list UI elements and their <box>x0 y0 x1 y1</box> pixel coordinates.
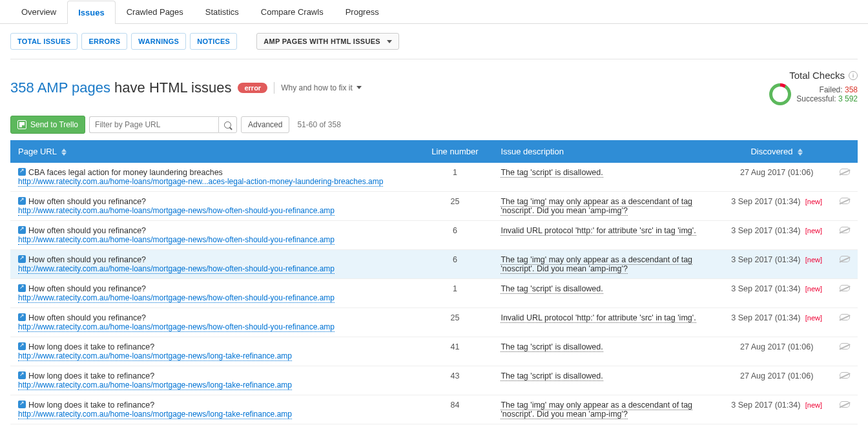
tab-crawled-pages[interactable]: Crawled Pages <box>116 0 194 23</box>
table-row: How long does it take to refinance?http:… <box>10 395 858 424</box>
col-line[interactable]: Line number <box>417 140 493 163</box>
row-description: The tag 'script' is disallowed. <box>493 279 721 308</box>
row-title: How long does it take to refinance? <box>28 401 154 410</box>
hide-icon[interactable] <box>840 227 850 233</box>
row-description: The tag 'script' is disallowed. <box>493 337 721 366</box>
row-description: The tag 'img' may only appear as a desce… <box>493 395 721 424</box>
hide-icon[interactable] <box>840 401 850 408</box>
row-description: The tag 'img' may only appear as a desce… <box>493 192 721 221</box>
row-description: Invalid URL protocol 'http:' for attribu… <box>493 424 721 428</box>
main-tabs: OverviewIssuesCrawled PagesStatisticsCom… <box>0 0 868 24</box>
external-link-icon[interactable] <box>18 255 26 263</box>
donut-chart-icon <box>769 83 791 105</box>
failed-label: Failed: <box>820 85 843 94</box>
table-row: How long does it take to refinance?http:… <box>10 337 858 366</box>
external-link-icon[interactable] <box>18 226 26 234</box>
table-row: How often should you refinance?http://ww… <box>10 250 858 279</box>
total-checks-panel: Total Checks i Failed: 358 Successful: 3… <box>769 70 858 105</box>
new-badge: [new] <box>805 285 822 293</box>
hide-icon[interactable] <box>840 343 850 349</box>
col-desc[interactable]: Issue description <box>493 140 721 163</box>
filter-warnings[interactable]: WARNINGS <box>131 33 186 50</box>
hide-icon[interactable] <box>840 285 850 291</box>
row-discovered: 3 Sep 2017 (01:34) [new] <box>721 279 832 308</box>
tab-progress[interactable]: Progress <box>335 0 390 23</box>
tab-statistics[interactable]: Statistics <box>194 0 250 23</box>
row-line-number: 25 <box>417 192 493 221</box>
row-url-link[interactable]: http://www.ratecity.com.au/home-loans/mo… <box>18 410 292 419</box>
row-description: The tag 'script' is disallowed. <box>493 366 721 395</box>
trello-label: Send to Trello <box>30 120 78 129</box>
hide-icon[interactable] <box>840 372 850 379</box>
row-title: How often should you refinance? <box>28 197 146 206</box>
tab-compare-crawls[interactable]: Compare Crawls <box>250 0 335 23</box>
filter-notices[interactable]: NOTICES <box>190 33 237 50</box>
filter-errors[interactable]: ERRORS <box>81 33 127 50</box>
how-to-fix-label: Why and how to fix it <box>281 83 353 92</box>
row-url-link[interactable]: http://www.ratecity.com.au/home-loans/mo… <box>18 293 335 303</box>
send-to-trello-button[interactable]: Send to Trello <box>10 116 85 134</box>
row-description: Invalid URL protocol 'http:' for attribu… <box>493 308 721 337</box>
search-button[interactable] <box>218 116 237 133</box>
filter-url-input[interactable] <box>89 116 218 133</box>
hide-icon[interactable] <box>840 256 850 262</box>
hide-icon[interactable] <box>840 314 850 320</box>
external-link-icon[interactable] <box>18 342 26 350</box>
category-dropdown[interactable]: AMP PAGES WITH HTML ISSUES <box>256 33 399 50</box>
filter-total-issues[interactable]: TOTAL ISSUES <box>10 33 78 50</box>
row-url-link[interactable]: http://www.ratecity.com.au/home-loans/mo… <box>18 264 335 274</box>
external-link-icon[interactable] <box>18 284 26 292</box>
row-url-link[interactable]: http://www.ratecity.com.au/home-loans/mo… <box>18 380 292 390</box>
row-description: The tag 'script' is disallowed. <box>493 163 721 192</box>
row-discovered: 27 Aug 2017 (01:06) <box>721 366 832 395</box>
filters-row: TOTAL ISSUES ERRORS WARNINGS NOTICES AMP… <box>0 24 868 50</box>
col-page-url[interactable]: Page URL <box>10 140 417 163</box>
table-row: How often should you refinance?http://ww… <box>10 221 858 250</box>
row-discovered: 3 Sep 2017 (01:34) [new] <box>721 308 832 337</box>
info-icon[interactable]: i <box>849 71 858 80</box>
hide-icon[interactable] <box>840 198 850 204</box>
row-url-link[interactable]: http://www.ratecity.com.au/home-loans/mo… <box>18 206 335 216</box>
row-title: How often should you refinance? <box>28 226 146 235</box>
page-header: 358 AMP pages have HTML issues error Why… <box>0 59 868 116</box>
tab-issues[interactable]: Issues <box>67 1 115 24</box>
row-discovered: 27 Aug 2017 (01:06) <box>721 424 832 428</box>
how-to-fix-link[interactable]: Why and how to fix it <box>281 83 362 92</box>
row-line-number: 1 <box>417 279 493 308</box>
external-link-icon[interactable] <box>18 371 26 379</box>
chevron-down-icon <box>356 86 362 89</box>
external-link-icon[interactable] <box>18 197 26 205</box>
row-line-number: 6 <box>417 250 493 279</box>
col-actions <box>832 140 858 163</box>
issue-count: 358 <box>10 79 34 96</box>
row-line-number: 1 <box>417 163 493 192</box>
issue-suffix: have HTML issues <box>114 79 231 96</box>
row-line-number: 58 <box>417 424 493 428</box>
chevron-down-icon <box>387 40 392 43</box>
table-row: CBA faces legal action for money launder… <box>10 163 858 192</box>
row-url-link[interactable]: http://www.ratecity.com.au/home-loans/mo… <box>18 177 383 187</box>
row-title: How often should you refinance? <box>28 313 146 322</box>
row-url-link[interactable]: http://www.ratecity.com.au/home-loans/mo… <box>18 235 335 245</box>
row-discovered: 3 Sep 2017 (01:34) [new] <box>721 250 832 279</box>
table-row: How often should you refinance?http://ww… <box>10 279 858 308</box>
external-link-icon[interactable] <box>18 168 26 176</box>
row-description: The tag 'img' may only appear as a desce… <box>493 250 721 279</box>
table-row: How long does it take to refinance?http:… <box>10 424 858 428</box>
row-line-number: 84 <box>417 395 493 424</box>
row-url-link[interactable]: http://www.ratecity.com.au/home-loans/mo… <box>18 322 335 332</box>
hide-icon[interactable] <box>840 169 850 175</box>
new-badge: [new] <box>805 227 822 234</box>
external-link-icon[interactable] <box>18 401 26 408</box>
row-url-link[interactable]: http://www.ratecity.com.au/home-loans/mo… <box>18 351 292 361</box>
table-row: How long does it take to refinance?http:… <box>10 366 858 395</box>
external-link-icon[interactable] <box>18 313 26 321</box>
col-discovered[interactable]: Discovered <box>721 140 832 163</box>
tab-overview[interactable]: Overview <box>10 0 67 23</box>
row-discovered: 27 Aug 2017 (01:06) <box>721 163 832 192</box>
row-discovered: 3 Sep 2017 (01:34) [new] <box>721 221 832 250</box>
category-dropdown-label: AMP PAGES WITH HTML ISSUES <box>264 37 380 45</box>
row-line-number: 41 <box>417 337 493 366</box>
row-title: How often should you refinance? <box>28 255 146 264</box>
advanced-button[interactable]: Advanced <box>241 116 289 133</box>
